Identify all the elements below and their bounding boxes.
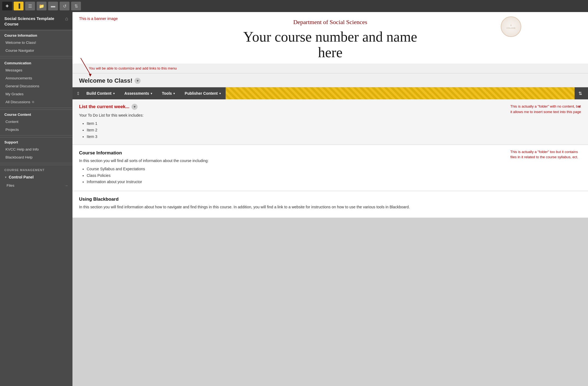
sidebar-item-welcome[interactable]: Welcome to Class!	[0, 39, 72, 47]
arrow-right-icon: →	[65, 184, 68, 188]
files-label: Files	[7, 183, 14, 188]
sidebar-item-announcements[interactable]: Announcements	[0, 74, 72, 82]
folder-button[interactable]: 📁	[37, 2, 46, 10]
list-item: Item 1	[87, 120, 581, 127]
list-item: Item 3	[87, 134, 581, 140]
build-content-label: Build Content	[86, 91, 112, 96]
sidebar-divider-3	[0, 135, 72, 136]
list-item: Item 2	[87, 127, 581, 134]
blackboard-content-section: Using Blackboard In this section you wil…	[72, 191, 588, 218]
menu-annotation-bar: You will be able to customize and add li…	[72, 64, 588, 73]
svg-line-0	[81, 58, 90, 74]
course-title: Social Sciences Template Course	[4, 16, 63, 27]
tools-label: Tools	[162, 91, 172, 96]
menu-button[interactable]: ☰	[25, 2, 35, 10]
college-seal: ⊙COLLEGE	[501, 16, 521, 37]
main-layout: Social Sciences Template Course ⌂ Course…	[0, 12, 588, 386]
course-info-content-list: Course Syllabus and Expectations Class P…	[79, 166, 581, 185]
sidebar-divider-4	[0, 163, 72, 163]
control-panel-label: Control Panel	[9, 175, 34, 179]
layout-button[interactable]: ▬	[48, 2, 58, 10]
sidebar-section-communication: Communication	[0, 58, 72, 66]
sidebar-divider-1	[0, 56, 72, 56]
course-info-content-section: Course Information In this section you w…	[72, 145, 588, 191]
publisher-content-button[interactable]: Publisher Content ▾	[180, 88, 226, 99]
course-info-annotation: This is actually a "folder" too but it c…	[510, 149, 581, 160]
sidebar-item-content[interactable]: Content	[0, 118, 72, 126]
annotation-arrow	[75, 55, 92, 77]
sidebar-item-projects[interactable]: Projects	[0, 126, 72, 134]
banner-area: This is a banner image ⊙COLLEGE Departme…	[72, 12, 588, 64]
sidebar-section-course-info: Course Information	[0, 30, 72, 39]
sidebar-item-general-discussions[interactable]: General Discussions	[0, 82, 72, 90]
list-item: Information about your Instructor	[87, 179, 581, 185]
sidebar: Social Sciences Template Course ⌂ Course…	[0, 12, 72, 386]
welcome-header: Welcome to Class! ▾	[72, 73, 588, 87]
course-management-label: COURSE MANAGEMENT	[0, 165, 72, 173]
list-item: Course Syllabus and Expectations	[87, 166, 581, 172]
top-toolbar: + ▐ ☰ 📁 ▬ ↺ ⇅	[0, 0, 588, 12]
triangle-down-icon: ▼	[4, 176, 7, 179]
action-toolbar: ⇕ Build Content ▾ Assessments ▾ Tools ▾ …	[72, 87, 588, 99]
banner-dept-name: Department of Social Sciences	[235, 19, 426, 26]
sidebar-item-kvcc-help[interactable]: KVCC Help and Info	[0, 145, 72, 153]
welcome-title: Welcome to Class! ▾	[79, 77, 581, 84]
publisher-content-caret: ▾	[219, 92, 221, 95]
external-link-icon: ⧉	[32, 100, 34, 104]
current-week-panel: List the current week... ▾ ▼ Your To Do …	[72, 99, 588, 145]
assessments-button[interactable]: Assessments ▾	[120, 88, 157, 99]
course-title-section: Social Sciences Template Course ⌂	[0, 12, 72, 29]
refresh-button[interactable]: ↺	[60, 2, 69, 10]
yellow-button[interactable]: ▐	[14, 2, 24, 10]
all-discussions-label: All Discussions	[5, 100, 30, 104]
resize-handle-icon[interactable]: ⇕	[75, 91, 81, 96]
current-week-annotation: This is actually a "folder" with no cont…	[510, 104, 581, 114]
menu-annotation-text: You will be able to customize and add li…	[89, 66, 177, 70]
sidebar-item-messages[interactable]: Messages	[0, 66, 72, 74]
current-week-list: Item 1 Item 2 Item 3	[79, 120, 581, 140]
yellow-action-area	[226, 87, 575, 99]
sidebar-section-course-content: Course Content	[0, 110, 72, 118]
publisher-content-label: Publisher Content	[185, 91, 218, 96]
current-week-title: List the current week... ▾	[79, 104, 138, 110]
sidebar-files-item[interactable]: Files →	[0, 182, 72, 189]
content-area: This is a banner image ⊙COLLEGE Departme…	[72, 12, 588, 386]
build-content-button[interactable]: Build Content ▾	[81, 88, 120, 99]
tools-button[interactable]: Tools ▾	[157, 88, 180, 99]
current-week-description: Your To Do List for this week includes:	[79, 113, 581, 118]
sidebar-item-all-discussions[interactable]: All Discussions ⧉	[0, 98, 72, 106]
control-panel-header[interactable]: ▼ Control Panel	[0, 173, 72, 182]
course-info-content-title: Course Information	[79, 150, 581, 156]
toolbar-sort-icon-button[interactable]: ⇅	[575, 88, 586, 99]
blackboard-description: In this section you will find informatio…	[79, 204, 581, 210]
sidebar-divider-2	[0, 108, 72, 108]
sidebar-item-blackboard-help[interactable]: Blackboard Help	[0, 153, 72, 161]
tools-caret: ▾	[173, 92, 175, 95]
assessments-caret: ▾	[151, 92, 152, 95]
sidebar-item-navigator[interactable]: Course Navigator	[0, 47, 72, 54]
welcome-title-text: Welcome to Class!	[79, 77, 132, 84]
banner-course-name: Your course number and name here	[235, 27, 426, 64]
assessments-label: Assessments	[124, 91, 149, 96]
course-info-content-description: In this section you will find all sorts …	[79, 158, 581, 164]
sort-button[interactable]: ⇅	[71, 2, 81, 10]
current-week-title-text: List the current week...	[79, 104, 129, 110]
build-content-caret: ▾	[113, 92, 115, 95]
blackboard-title: Using Blackboard	[79, 197, 581, 202]
svg-marker-1	[89, 74, 92, 77]
current-week-chevron-button[interactable]: ▾	[132, 104, 138, 110]
sidebar-section-support: Support	[0, 137, 72, 145]
sidebar-item-my-grades[interactable]: My Grades	[0, 90, 72, 98]
current-week-panel-body: Your To Do List for this week includes: …	[72, 113, 588, 144]
welcome-chevron-button[interactable]: ▾	[135, 78, 141, 84]
list-item: Class Policies	[87, 172, 581, 179]
home-icon[interactable]: ⌂	[65, 16, 68, 22]
add-button[interactable]: +	[2, 2, 12, 10]
